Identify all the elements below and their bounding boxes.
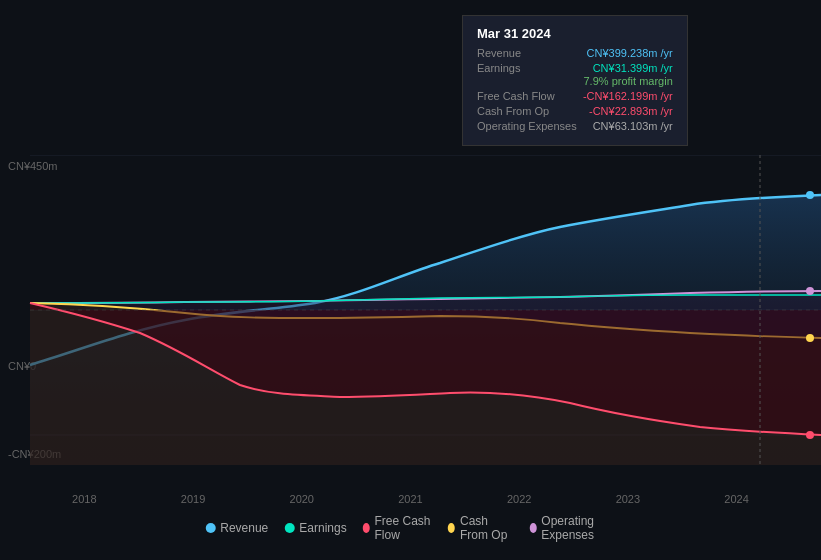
revenue-dot-2024 [806,191,814,199]
legend-label-opex: Operating Expenses [541,514,615,542]
tooltip-value-opex: CN¥63.103m /yr [593,120,673,132]
legend-label-fcf: Free Cash Flow [374,514,432,542]
cashop-dot-2024 [806,334,814,342]
x-label-2018: 2018 [72,493,96,505]
legend-item-revenue[interactable]: Revenue [205,521,268,535]
tooltip-label-fcf: Free Cash Flow [477,90,555,102]
tooltip-value-earnings: CN¥31.399m /yr [593,62,673,74]
tooltip-label-opex: Operating Expenses [477,120,577,132]
legend-label-earnings: Earnings [299,521,346,535]
tooltip-row-fcf: Free Cash Flow -CN¥162.199m /yr [477,90,673,102]
tooltip-value-revenue: CN¥399.238m /yr [587,47,673,59]
tooltip-row-opex: Operating Expenses CN¥63.103m /yr [477,120,673,132]
tooltip-value-fcf: -CN¥162.199m /yr [583,90,673,102]
tooltip-row-earnings: Earnings CN¥31.399m /yr [477,62,673,74]
legend-item-opex[interactable]: Operating Expenses [529,514,615,542]
fcf-dot-2024 [806,431,814,439]
chart-svg [0,155,821,465]
x-label-2019: 2019 [181,493,205,505]
x-label-2021: 2021 [398,493,422,505]
x-label-2023: 2023 [616,493,640,505]
chart-legend: Revenue Earnings Free Cash Flow Cash Fro… [205,514,616,542]
x-axis-labels: 2018 2019 2020 2021 2022 2023 2024 [0,493,821,505]
tooltip-profit-margin-row: 7.9% profit margin [477,75,673,87]
tooltip: Mar 31 2024 Revenue CN¥399.238m /yr Earn… [462,15,688,146]
x-label-2020: 2020 [290,493,314,505]
tooltip-row-revenue: Revenue CN¥399.238m /yr [477,47,673,59]
legend-dot-opex [529,523,536,533]
tooltip-value-cashop: -CN¥22.893m /yr [589,105,673,117]
opex-dot-2024 [806,287,814,295]
legend-item-earnings[interactable]: Earnings [284,521,346,535]
tooltip-date: Mar 31 2024 [477,26,673,41]
legend-dot-revenue [205,523,215,533]
legend-item-cashop[interactable]: Cash From Op [448,514,513,542]
tooltip-row-cashop: Cash From Op -CN¥22.893m /yr [477,105,673,117]
x-label-2024: 2024 [724,493,748,505]
legend-dot-fcf [363,523,370,533]
legend-dot-earnings [284,523,294,533]
legend-label-cashop: Cash From Op [460,514,514,542]
x-label-2022: 2022 [507,493,531,505]
tooltip-profit-margin: 7.9% profit margin [584,75,673,87]
tooltip-label-earnings: Earnings [477,62,520,74]
tooltip-label-cashop: Cash From Op [477,105,549,117]
legend-label-revenue: Revenue [220,521,268,535]
legend-item-fcf[interactable]: Free Cash Flow [363,514,433,542]
chart-container: CN¥450m CN¥0 -CN¥200m [0,0,821,560]
legend-dot-cashop [448,523,455,533]
tooltip-label-revenue: Revenue [477,47,521,59]
